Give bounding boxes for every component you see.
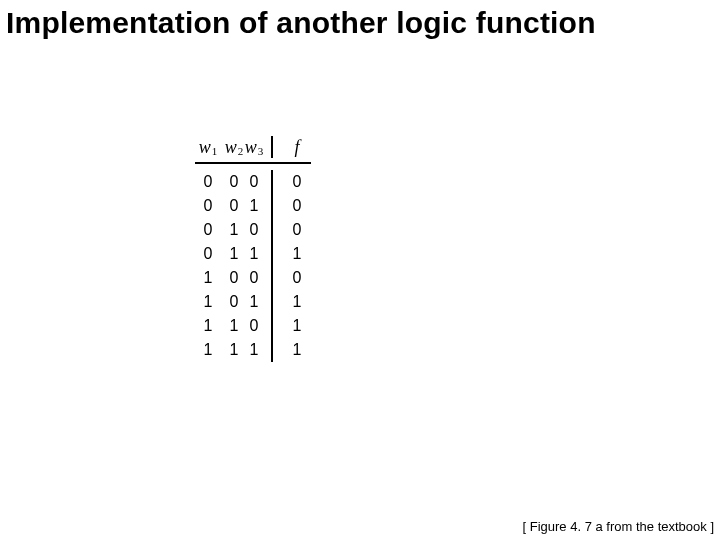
cell-w1: 0 [195, 194, 221, 218]
table-row: 1 1 1 1 [195, 338, 311, 362]
table-row: 1 1 0 1 [195, 314, 311, 338]
col-header-f-base: f [294, 137, 299, 158]
col-header-w2-base: w [225, 137, 237, 158]
cell-w3: 0 [247, 218, 273, 242]
col-header-w1-sub: 1 [212, 145, 218, 157]
cell-w2: 1 [221, 314, 247, 338]
table-header-row: w1 w2 w3 f [195, 136, 311, 164]
cell-w2: 0 [221, 194, 247, 218]
cell-w2: 0 [221, 170, 247, 194]
cell-f: 1 [283, 314, 311, 338]
cell-w2: 1 [221, 218, 247, 242]
cell-w3: 0 [247, 266, 273, 290]
cell-f: 1 [283, 338, 311, 362]
figure-caption: [ Figure 4. 7 a from the textbook ] [523, 519, 714, 534]
cell-w3: 0 [247, 314, 273, 338]
col-header-w1: w1 [195, 136, 221, 158]
col-header-w2-sub: 2 [238, 145, 244, 157]
cell-w3: 0 [247, 170, 273, 194]
col-header-w3-base: w [245, 137, 257, 158]
cell-f: 1 [283, 290, 311, 314]
table-row: 0 1 1 1 [195, 242, 311, 266]
col-header-w1-base: w [199, 137, 211, 158]
cell-w1: 1 [195, 314, 221, 338]
cell-f: 0 [283, 170, 311, 194]
table-row: 1 0 1 1 [195, 290, 311, 314]
cell-w2: 0 [221, 290, 247, 314]
cell-w1: 0 [195, 170, 221, 194]
cell-w3: 1 [247, 338, 273, 362]
table-row: 1 0 0 0 [195, 266, 311, 290]
cell-w1: 0 [195, 218, 221, 242]
cell-w1: 1 [195, 266, 221, 290]
col-header-f: f [283, 136, 311, 158]
cell-w2: 0 [221, 266, 247, 290]
cell-w3: 1 [247, 242, 273, 266]
page-title: Implementation of another logic function [6, 6, 596, 40]
cell-w1: 1 [195, 290, 221, 314]
col-header-w3: w3 [247, 136, 273, 158]
col-header-w2: w2 [221, 136, 247, 158]
cell-w1: 0 [195, 242, 221, 266]
table-row: 0 0 1 0 [195, 194, 311, 218]
slide: Implementation of another logic function… [0, 0, 720, 540]
cell-f: 1 [283, 242, 311, 266]
truth-table: w1 w2 w3 f 0 0 0 0 0 0 1 0 0 1 [195, 136, 311, 362]
cell-w2: 1 [221, 242, 247, 266]
cell-w2: 1 [221, 338, 247, 362]
table-row: 0 1 0 0 [195, 218, 311, 242]
cell-f: 0 [283, 218, 311, 242]
cell-f: 0 [283, 194, 311, 218]
col-header-w3-sub: 3 [258, 145, 264, 157]
cell-w3: 1 [247, 290, 273, 314]
cell-w3: 1 [247, 194, 273, 218]
cell-w1: 1 [195, 338, 221, 362]
cell-f: 0 [283, 266, 311, 290]
table-row: 0 0 0 0 [195, 170, 311, 194]
